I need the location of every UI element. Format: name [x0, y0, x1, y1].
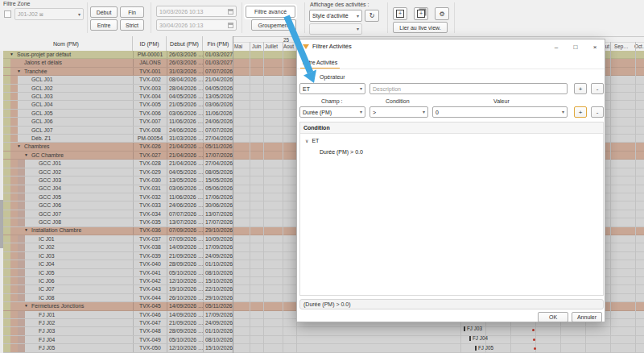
table-row[interactable]: GCC J08TVX-03513/07/2026 …17/07/2026 … — [0, 218, 233, 226]
table-row[interactable]: IC J04TVX-04028/09/2026 …01/10/2026 … — [0, 260, 233, 268]
secondary-style-select[interactable]: ▾ — [309, 23, 362, 35]
table-row[interactable]: ▼GC ChambreTVX-02721/04/2026 …17/07/2026… — [0, 152, 233, 160]
add-condition-button[interactable]: + — [574, 106, 587, 118]
zone-select[interactable]: J01-J02 ⊠ ▾ — [14, 8, 84, 20]
advanced-filter-button[interactable]: Filtre avancé — [246, 6, 295, 18]
table-row[interactable]: GCC J06TVX-03324/06/2026 …30/06/2026 … — [0, 201, 233, 210]
gantt-settings-button[interactable]: ⚙ — [435, 7, 449, 20]
activity-name-cell: Déb. Z1 — [18, 135, 133, 142]
calendar-icon[interactable] — [228, 9, 233, 15]
activity-start-cell: 26/03/2026 … — [167, 59, 203, 66]
table-row[interactable]: IC J02TVX-03814/09/2026 …17/09/2026 … — [0, 243, 233, 251]
activity-name-cell: GCL J05 — [18, 110, 133, 117]
expand-arrow-icon[interactable]: ▼ — [24, 152, 31, 159]
table-row[interactable]: IC J06TVX-04212/10/2026 …15/10/2026 … — [0, 277, 233, 285]
table-row[interactable]: IC J07TVX-04319/10/2026 …22/10/2026 … — [0, 285, 233, 293]
expand-arrow-icon[interactable]: ▼ — [10, 51, 17, 58]
activity-start-cell: 21/09/2026 … — [167, 252, 203, 260]
calendar-icon[interactable] — [228, 23, 233, 28]
table-scrollbar[interactable] — [0, 51, 3, 353]
tab-filtre-activites[interactable]: Filtre Activités — [300, 57, 340, 69]
table-row[interactable]: GCL J06TVX-00711/06/2026 …24/06/2026 … — [0, 118, 233, 126]
activity-name: IC J07 — [39, 285, 55, 293]
add-sub-activity-button[interactable]: + — [414, 7, 428, 20]
table-row[interactable]: FJ J05TVX-05012/10/2026 …15/10/2026 … — [0, 344, 233, 352]
entre-button[interactable]: Entre — [90, 19, 118, 31]
table-row[interactable]: IC J08TVX-04426/10/2026 …29/10/2026 … — [0, 294, 233, 302]
table-gantt-splitter[interactable] — [233, 36, 233, 353]
activity-name: Sous-projet par défaut — [17, 51, 71, 58]
table-row[interactable]: GCC J05TVX-03211/06/2026 …17/06/2026 … — [0, 193, 233, 201]
grouping-button[interactable]: Groupement — [251, 19, 296, 31]
refresh-button[interactable]: ↻ — [365, 10, 379, 22]
fin-button[interactable]: Fin — [120, 6, 144, 18]
table-row[interactable]: GCL J01TVX-00208/04/2026 …21/04/2026 … — [0, 76, 233, 84]
table-row[interactable]: FJ J03TVX-04828/09/2026 …01/10/2026 … — [0, 327, 233, 335]
maximize-button[interactable]: □ — [569, 41, 582, 52]
add-activity-button[interactable]: + — [393, 7, 407, 20]
tree-node-root[interactable]: ∨ ET — [305, 138, 319, 143]
table-row[interactable]: GCC J03TVX-03013/05/2026 …15/05/2026 … — [0, 176, 233, 185]
table-row[interactable]: GCL J03TVX-00404/05/2026 …13/05/2026 … — [0, 93, 233, 101]
close-button[interactable]: × — [588, 41, 601, 52]
column-header-debut[interactable]: Début (PM) — [167, 36, 203, 51]
filter-activities-dialog: Filtrer Activités – □ × Filtre Activités… — [296, 39, 605, 322]
table-row[interactable]: FJ J04TVX-04905/10/2026 …08/10/2026 … — [0, 336, 233, 344]
table-row[interactable]: GCL J02TVX-00328/04/2026 …04/05/2026 … — [0, 85, 233, 93]
condition-select[interactable]: > ▾ — [369, 106, 428, 118]
table-row[interactable]: ▼Fermetures JonctionsTVX-04514/09/2026 …… — [0, 302, 233, 310]
valeur-select[interactable]: 0 ▾ — [432, 106, 568, 118]
table-row[interactable]: GCL J04TVX-00521/05/2026 …03/06/2026 … — [0, 101, 233, 109]
table-row[interactable]: ▼Sous-projet par défautPM-0000126/03/202… — [0, 51, 233, 59]
ok-button[interactable]: OK — [538, 312, 568, 322]
expand-arrow-icon[interactable]: ▼ — [24, 227, 31, 235]
table-row[interactable]: Jalons et délaisJALONS26/03/2026 …01/03/… — [0, 59, 233, 67]
table-row[interactable]: Déb. Z1PM-0005431/03/2026 …27/04/2026 … — [0, 135, 233, 143]
table-row[interactable]: GCC J04TVX-03103/06/2026 …05/06/2026 … — [0, 185, 233, 193]
toolbar-separator — [454, 2, 455, 33]
table-row[interactable]: GCL J07TVX-00824/06/2026 …07/07/2026 … — [0, 127, 233, 135]
strict-button[interactable]: Strict — [120, 19, 144, 31]
column-header-id[interactable]: ID (PM) — [133, 36, 167, 51]
minimize-button[interactable]: – — [550, 41, 563, 52]
filter-zone-checkbox[interactable] — [4, 10, 11, 18]
expand-arrow-icon[interactable]: ▼ — [24, 302, 31, 309]
add-group-button[interactable]: + — [574, 83, 587, 94]
hierarchy-band — [3, 227, 10, 235]
hierarchy-band — [3, 135, 10, 142]
activity-end-cell: 27/04/2026 … — [203, 135, 233, 142]
activity-style-select[interactable]: Style d'activité ▾ — [309, 10, 362, 22]
remove-condition-button[interactable]: - — [591, 106, 604, 118]
column-header-nom[interactable]: Nom (PM) — [0, 36, 133, 51]
tree-node-condition[interactable]: Durée (PM) > 0.0 — [320, 149, 363, 155]
date-from-field[interactable]: 10/03/2026 10:13 — [156, 6, 237, 17]
table-row[interactable]: IC J05TVX-04105/10/2026 …08/10/2026 … — [0, 269, 233, 277]
operator-select[interactable]: ET ▾ — [299, 83, 365, 94]
remove-group-button[interactable]: - — [591, 83, 604, 94]
gantt-bar-label: FJ J04 — [469, 335, 488, 341]
table-row[interactable]: ▼Installation ChambreTVX-03607/09/2026 …… — [0, 227, 233, 235]
hierarchy-band — [3, 344, 10, 351]
table-row[interactable]: GCC J07TVX-03407/07/2026 …13/07/2026 … — [0, 210, 233, 218]
table-row[interactable]: IC J01TVX-03707/09/2026 …10/09/2026 … — [0, 235, 233, 243]
description-input[interactable]: Description — [369, 83, 568, 94]
table-row[interactable]: FJ J01TVX-04614/09/2026 …17/09/2026 … — [0, 311, 233, 319]
champ-select[interactable]: Durée (PM) ▾ — [299, 106, 365, 118]
column-header-fin[interactable]: Fin (PM) — [203, 36, 233, 51]
table-row[interactable]: GCL J05TVX-00603/06/2026 …11/06/2026 … — [0, 110, 233, 118]
link-live-view-button[interactable]: Lier au live view. — [393, 22, 448, 33]
expand-arrow-icon[interactable]: ▼ — [17, 143, 24, 150]
table-row[interactable]: IC J03TVX-03921/09/2026 …24/09/2026 … — [0, 252, 233, 260]
table-scrollbar-thumb[interactable] — [0, 200, 3, 248]
debut-button[interactable]: Début — [90, 6, 118, 18]
expand-arrow-icon[interactable]: ▼ — [17, 68, 24, 75]
hierarchy-band — [10, 176, 18, 184]
table-row[interactable]: ▼TranchéeTVX-00131/03/2026 …07/07/2026 … — [0, 68, 233, 76]
table-row[interactable]: ▼ChambresTVX-02621/04/2026 …05/11/2026 … — [0, 143, 233, 151]
table-row[interactable]: GCC J02TVX-02904/05/2026 …08/05/2026 … — [0, 168, 233, 176]
hierarchy-band — [10, 127, 18, 134]
table-row[interactable]: GCC J01TVX-02821/04/2026 …27/04/2026 … — [0, 160, 233, 168]
table-row[interactable]: FJ J02TVX-04721/09/2026 …24/09/2026 … — [0, 319, 233, 327]
date-to-field[interactable]: 30/04/2026 10:13 — [156, 19, 237, 31]
cancel-button[interactable]: Annuler — [572, 312, 602, 322]
